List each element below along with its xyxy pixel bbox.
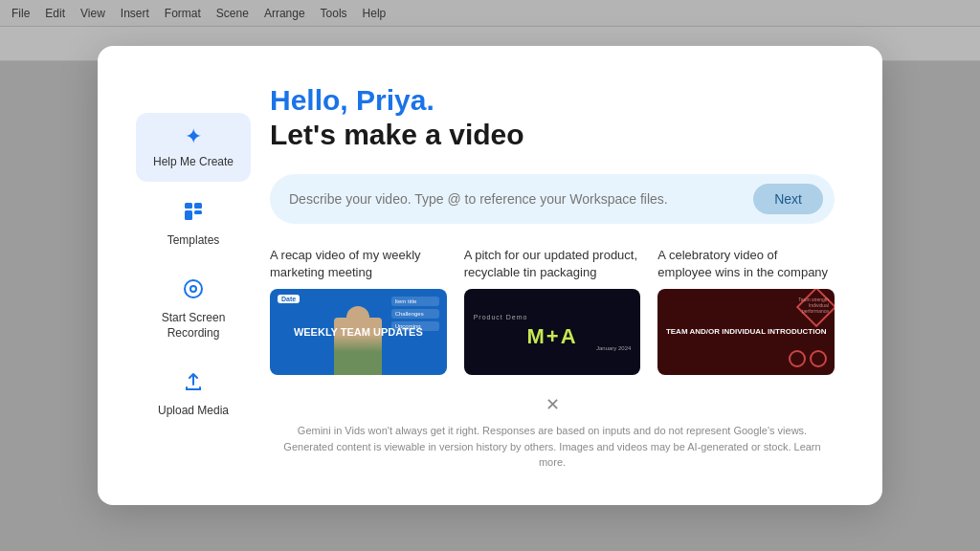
thumb-2-date: January 2024 xyxy=(596,345,640,351)
svg-rect-1 xyxy=(194,203,202,209)
spinner-icon: ✕ xyxy=(546,394,560,415)
template-thumb-2: Product Demo M+A January 2024 xyxy=(464,289,641,375)
templates-icon xyxy=(183,201,204,228)
greeting-line2: Let's make a video xyxy=(270,119,835,151)
svg-point-6 xyxy=(191,287,195,291)
thumb-3-circle-2 xyxy=(810,350,827,367)
svg-rect-2 xyxy=(185,210,192,220)
thumb-3-circle-1 xyxy=(789,350,806,367)
greeting-section: Hello, Priya. Let's make a video xyxy=(270,84,835,151)
template-card-weekly-recap[interactable]: A recap video of my weekly marketing mee… xyxy=(270,247,447,375)
thumb-1-sidebar-item-1: Item title xyxy=(391,297,439,306)
thumb-3-circles xyxy=(789,350,827,367)
templates-label: Templates xyxy=(167,233,220,249)
thumb-2-logo: M+A xyxy=(526,324,577,349)
modal-overlay: ✦ Help Me Create Templates xyxy=(0,0,980,551)
video-description-input[interactable] xyxy=(289,191,753,207)
help-create-label: Help Me Create xyxy=(153,155,234,170)
thumb-1-title: WEEKLY TEAM UPDATES xyxy=(294,326,423,339)
template-desc-2: A pitch for our updated product, recycla… xyxy=(464,247,641,281)
help-create-modal: ✦ Help Me Create Templates xyxy=(98,46,882,505)
template-desc-1: A recap video of my weekly marketing mee… xyxy=(270,247,447,281)
template-thumb-3: TEAM AND/OR INDIVIDUAL INTRODUCTION Team… xyxy=(657,289,835,375)
thumb-3-title: TEAM AND/OR INDIVIDUAL INTRODUCTION xyxy=(658,320,835,344)
disclaimer-text: Gemini in Vids won't always get it right… xyxy=(270,423,835,471)
sidebar-item-help-create[interactable]: ✦ Help Me Create xyxy=(136,113,251,182)
help-create-icon: ✦ xyxy=(185,124,202,149)
thumb-3-sidebar-text: Team strengthIndividualperformance xyxy=(798,297,829,314)
svg-rect-3 xyxy=(194,210,202,214)
thumb-1-sidebar-item-2: Challenges xyxy=(391,309,439,319)
thumb-1-date-badge: Date xyxy=(278,295,300,303)
template-desc-3: A celebratory video of employee wins in … xyxy=(657,247,835,281)
modal-main-content: Hello, Priya. Let's make a video Next A … xyxy=(251,84,835,476)
sidebar-item-upload-media[interactable]: Upload Media xyxy=(136,360,251,430)
template-card-product-pitch[interactable]: A pitch for our updated product, recycla… xyxy=(464,247,641,375)
modal-sidebar: ✦ Help Me Create Templates xyxy=(136,84,251,476)
screen-recording-icon xyxy=(183,278,204,305)
thumb-2-product-label: Product Demo xyxy=(464,314,528,320)
greeting-line1: Hello, Priya. xyxy=(270,84,835,117)
upload-media-label: Upload Media xyxy=(158,404,229,419)
svg-rect-0 xyxy=(185,203,192,209)
template-suggestions-grid: A recap video of my weekly marketing mee… xyxy=(270,247,835,375)
screen-recording-label: Start Screen Recording xyxy=(151,311,235,341)
video-description-input-area: Next xyxy=(270,174,835,224)
template-card-employee-wins[interactable]: A celebratory video of employee wins in … xyxy=(657,247,835,375)
loader-icon-area: ✕ xyxy=(270,394,835,415)
template-thumb-1: Date WEEKLY TEAM UPDATES Item title Chal… xyxy=(270,289,447,375)
upload-media-icon xyxy=(183,371,204,398)
sidebar-item-templates[interactable]: Templates xyxy=(136,189,251,260)
sidebar-item-screen-recording[interactable]: Start Screen Recording xyxy=(136,267,251,352)
greeting-name: Priya. xyxy=(356,84,434,116)
next-button[interactable]: Next xyxy=(753,184,823,214)
